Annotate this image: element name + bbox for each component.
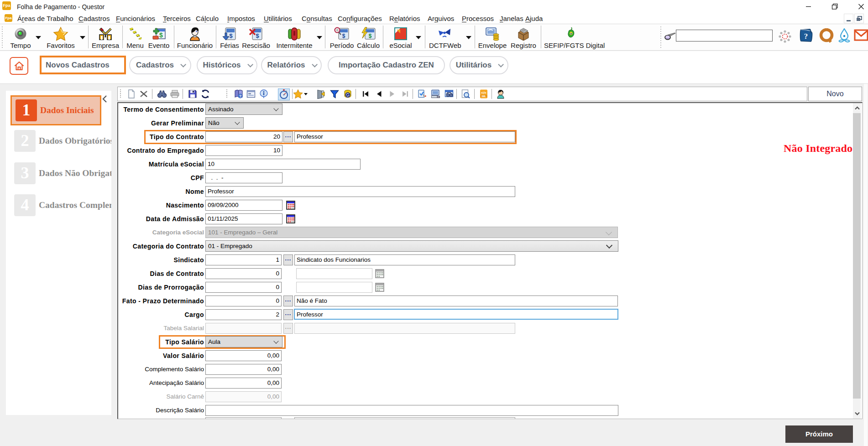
svg-text:</>: </>	[481, 91, 486, 95]
svg-text:$: $	[159, 31, 163, 39]
svg-text:$: $	[256, 32, 259, 39]
svg-text:$: $	[342, 33, 345, 39]
svg-text:$: $	[369, 33, 372, 39]
svg-text:XML: XML	[481, 95, 486, 98]
svg-text:?: ?	[239, 94, 242, 99]
svg-text:?: ?	[804, 32, 808, 41]
svg-text:$: $	[229, 32, 233, 39]
